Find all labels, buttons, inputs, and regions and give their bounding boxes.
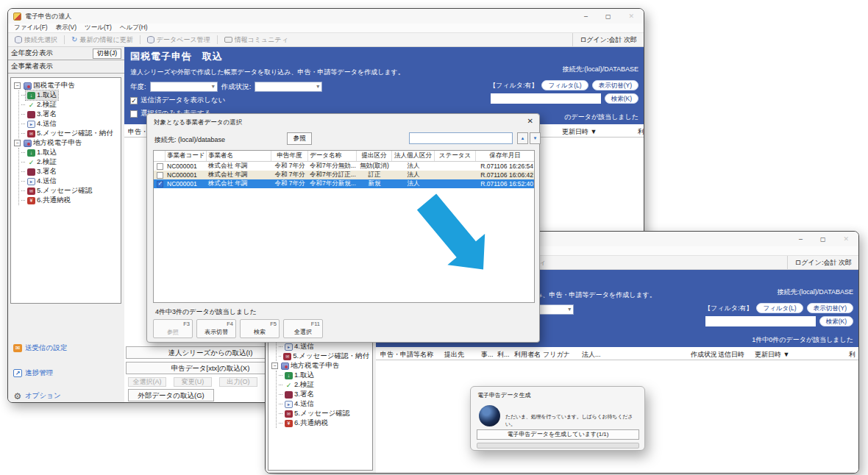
- toolbar-refresh-button[interactable]: 最新の情報に更新: [65, 33, 140, 46]
- move-up-button[interactable]: [517, 132, 528, 144]
- sidebar-link-send-settings[interactable]: 送受信の設定: [13, 343, 67, 353]
- column-status[interactable]: ステータス: [435, 151, 476, 161]
- tree-item-national-sign[interactable]: 3.署名: [19, 110, 119, 119]
- f4-view-toggle-button[interactable]: F4 表示切替: [196, 319, 236, 338]
- tree-item-local-message[interactable]: 5.メッセージ確認: [277, 409, 371, 418]
- column-saved-date[interactable]: 保存年月日: [476, 151, 535, 161]
- search-button[interactable]: 検索(K): [819, 316, 853, 326]
- column-partial[interactable]: 利: [849, 350, 855, 360]
- column-destination[interactable]: 提出先: [444, 350, 464, 360]
- year-select[interactable]: [150, 82, 218, 92]
- column-entity[interactable]: 法人...: [582, 350, 601, 360]
- tree-item-local-tax[interactable]: 6.共通納税: [277, 418, 371, 428]
- column-data-name[interactable]: データ名称: [308, 151, 357, 161]
- row-checkbox[interactable]: [157, 172, 163, 179]
- column-updated[interactable]: 更新日時 ▼: [755, 350, 789, 360]
- filter-button[interactable]: フィルタ(L): [541, 80, 588, 90]
- status-select[interactable]: [255, 82, 322, 92]
- column-declaration-name[interactable]: 申告・申請等名称: [380, 350, 433, 360]
- table-row[interactable]: NC000001 株式会社 年調 令和 7年分 令和7年分無効... 無効(取消…: [154, 162, 534, 171]
- tree-item-national-message[interactable]: 5.メッセージ確認・納付: [277, 351, 371, 361]
- globe-icon: [479, 405, 500, 426]
- menu-tools[interactable]: ツール(T): [85, 24, 112, 32]
- checkbox-hide-sent[interactable]: [130, 97, 138, 104]
- tree-item-local-tax[interactable]: 6.共通納税: [19, 196, 119, 205]
- toolbar-database-button[interactable]: データベース管理: [140, 33, 217, 46]
- table-row[interactable]: NC000001 株式会社 年調 令和 7年分 令和7年分訂正... 訂正 法人…: [154, 171, 534, 179]
- close-icon[interactable]: [527, 117, 533, 125]
- dialog-search-input[interactable]: [409, 132, 513, 144]
- column-user-short[interactable]: 利...: [497, 350, 510, 360]
- toolbar-info-button[interactable]: 情報コミュニティ: [218, 33, 295, 46]
- tree-item-local-message[interactable]: 5.メッセージ確認: [19, 186, 119, 196]
- tree-item-local-send[interactable]: 4.送信: [19, 176, 119, 186]
- minimize-button[interactable]: [584, 12, 588, 20]
- column-year[interactable]: 申告年度: [271, 151, 308, 161]
- tree-item-local-import[interactable]: 1.取込: [277, 371, 371, 380]
- column-creation-status[interactable]: 作成状況: [691, 350, 717, 360]
- function-key-bar: F3 参照 F4 表示切替 F5 検索 F11 全選択: [153, 319, 323, 338]
- f3-browse-button[interactable]: F3 参照: [153, 319, 193, 338]
- tree-item-local-import[interactable]: 1.取込: [19, 148, 119, 157]
- send-icon: [27, 178, 35, 185]
- move-down-button[interactable]: [530, 132, 541, 144]
- checkbox-selected-only[interactable]: [130, 110, 138, 118]
- switch-button[interactable]: 切替(J): [93, 49, 121, 59]
- close-button[interactable]: [628, 12, 634, 20]
- sidebar-link-progress[interactable]: 進捗管理: [13, 368, 53, 378]
- column-user-name[interactable]: 利用者名: [514, 350, 541, 360]
- menu-file[interactable]: ファイル(F): [14, 24, 48, 32]
- row-checkbox-checked[interactable]: [157, 181, 163, 188]
- view-toggle-button[interactable]: 表示切替(Y): [807, 303, 853, 313]
- column-entity-type[interactable]: 法人個人区分: [392, 151, 435, 161]
- maximize-button[interactable]: [605, 12, 611, 20]
- titlebar[interactable]: 電子申告の達人: [8, 9, 644, 24]
- search-input[interactable]: [705, 316, 816, 326]
- collapse-icon[interactable]: [271, 362, 278, 369]
- tree-item-local-send[interactable]: 4.送信: [277, 399, 371, 409]
- column-code[interactable]: 事業者コード: [166, 151, 207, 161]
- column-updated[interactable]: 更新日時 ▼: [562, 127, 597, 137]
- row-checkbox[interactable]: [157, 163, 163, 170]
- column-company[interactable]: 事業者名: [207, 151, 271, 161]
- browse-button[interactable]: 参照: [287, 132, 312, 145]
- menu-view[interactable]: 表示(V): [56, 24, 77, 32]
- maximize-button[interactable]: [820, 235, 826, 243]
- f5-search-button[interactable]: F5 検索: [240, 319, 280, 338]
- tree-node-local[interactable]: 地方税電子申告: [13, 138, 119, 148]
- change-button[interactable]: 変更(U): [174, 377, 212, 387]
- column-name[interactable]: 申告・申請等名称: [128, 127, 148, 137]
- tree-item-local-sign[interactable]: 3.署名: [19, 167, 119, 176]
- f11-select-all-button[interactable]: F11 全選択: [283, 319, 323, 338]
- menu-help[interactable]: ヘルプ(H): [120, 24, 148, 32]
- column-partial[interactable]: 利: [638, 127, 644, 137]
- tree-node-national[interactable]: 国税電子申告: [13, 81, 119, 90]
- tree-item-national-send[interactable]: 4.送信: [19, 119, 119, 129]
- column-submit-type[interactable]: 提出区分: [357, 151, 392, 161]
- close-button[interactable]: [843, 235, 849, 243]
- tree-item-national-send[interactable]: 4.送信: [277, 342, 371, 351]
- select-all-button[interactable]: 全選択(A): [128, 377, 166, 387]
- column-sent-date[interactable]: 送信日時: [718, 350, 744, 360]
- view-toggle-button[interactable]: 表示切替(Y): [592, 80, 638, 90]
- search-input[interactable]: [491, 93, 601, 104]
- navigation-tree[interactable]: 国税電子申告 1.取込 2.検証 3.署名 4.送信 5.メッセージ確認・納付 …: [10, 77, 121, 304]
- collapse-icon[interactable]: [14, 82, 21, 89]
- tree-item-national-verify[interactable]: 2.検証: [19, 100, 119, 110]
- tree-item-national-import[interactable]: 1.取込: [19, 90, 119, 100]
- tree-item-national-message[interactable]: 5.メッセージ確認・納付: [19, 129, 119, 138]
- output-button[interactable]: 出力(O): [219, 377, 257, 387]
- column-business[interactable]: 事...: [481, 350, 494, 360]
- filter-button[interactable]: フィルタ(L): [756, 303, 803, 313]
- tree-item-local-verify[interactable]: 2.検証: [19, 157, 119, 167]
- import-external-button[interactable]: 外部データの取込(G): [128, 389, 214, 401]
- sidebar-link-options[interactable]: オプション: [13, 391, 61, 401]
- minimize-button[interactable]: [799, 235, 803, 243]
- tree-item-local-sign[interactable]: 3.署名: [277, 390, 371, 399]
- tree-item-local-verify[interactable]: 2.検証: [277, 380, 371, 390]
- search-button[interactable]: 検索(K): [605, 93, 638, 104]
- column-furigana[interactable]: フリガナ: [543, 350, 570, 360]
- tree-node-local[interactable]: 地方税電子申告: [270, 361, 371, 371]
- collapse-icon[interactable]: [14, 140, 21, 146]
- toolbar-connect-button[interactable]: 接続先選択: [8, 33, 64, 46]
